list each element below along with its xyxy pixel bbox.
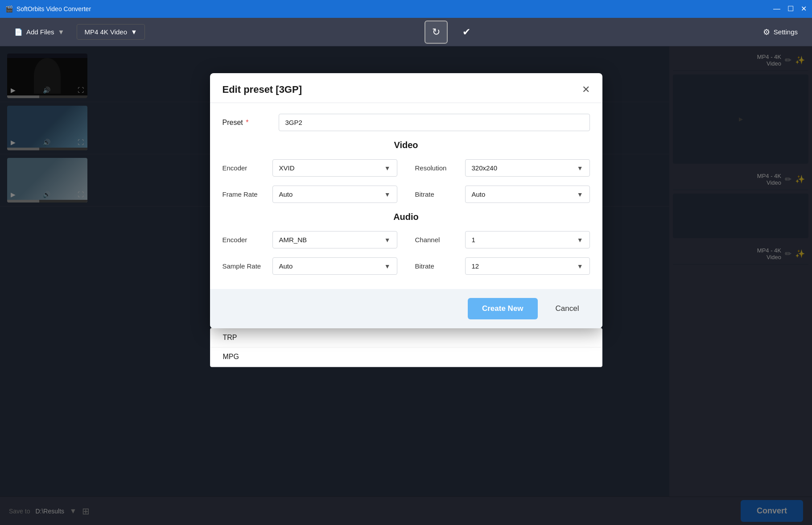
add-files-button[interactable]: 📄 Add Files ▼ <box>9 25 70 40</box>
audio-encoder-value: AMR_NB <box>279 236 307 244</box>
app-icon: 🎬 <box>5 5 13 12</box>
preset-row: Preset * <box>223 114 590 131</box>
audio-encoder-select[interactable]: AMR_NB ▼ <box>272 231 397 248</box>
resolution-value: 320x240 <box>472 164 498 172</box>
minimize-button[interactable]: — <box>773 5 780 12</box>
create-new-button[interactable]: Create New <box>468 298 538 319</box>
add-files-label: Add Files <box>26 28 54 36</box>
refresh-icon: ↻ <box>432 26 440 38</box>
sample-rate-chevron-icon: ▼ <box>384 263 391 270</box>
channel-label: Channel <box>415 236 460 244</box>
modal: Edit preset [3GP] ✕ Preset * Video <box>210 73 602 367</box>
audio-encoder-label: Encoder <box>223 236 267 244</box>
channel-chevron-icon: ▼ <box>577 236 583 244</box>
format-chevron-icon: ▼ <box>131 28 137 36</box>
audio-bitrate-label: Bitrate <box>415 262 460 270</box>
format-label: MP4 4K Video <box>84 28 127 36</box>
encoder-field: Encoder XVID ▼ <box>223 159 397 177</box>
encoder-select[interactable]: XVID ▼ <box>272 159 397 177</box>
audio-encoder-field: Encoder AMR_NB ▼ <box>223 231 397 248</box>
video-form-grid: Encoder XVID ▼ Resolution 320x240 ▼ <box>223 159 590 203</box>
audio-section-heading: Audio <box>223 212 590 222</box>
modal-footer: Create New Cancel <box>210 289 602 328</box>
check-button[interactable]: ✔ <box>455 21 478 44</box>
audio-bitrate-field: Bitrate 12 ▼ <box>415 257 590 275</box>
frame-rate-field: Frame Rate Auto ▼ <box>223 186 397 203</box>
frame-rate-chevron-icon: ▼ <box>384 191 391 198</box>
video-section-heading: Video <box>223 140 590 150</box>
file-icon: 📄 <box>14 28 23 36</box>
app-title: SoftOrbits Video Converter <box>16 5 91 12</box>
resolution-select[interactable]: 320x240 ▼ <box>465 159 590 177</box>
audio-form-grid: Encoder AMR_NB ▼ Channel 1 ▼ <box>223 231 590 275</box>
preset-input[interactable] <box>279 114 590 131</box>
sample-rate-label: Sample Rate <box>223 262 267 270</box>
video-bitrate-chevron-icon: ▼ <box>577 191 583 198</box>
audio-bitrate-value: 12 <box>472 262 479 270</box>
main-content: ▶ 🔊 ⛶ ▶ 🔊 ⛶ <box>0 46 812 525</box>
audio-encoder-chevron-icon: ▼ <box>384 236 391 244</box>
video-bitrate-field: Bitrate Auto ▼ <box>415 186 590 203</box>
frame-rate-label: Frame Rate <box>223 190 267 198</box>
settings-label: Settings <box>774 28 798 36</box>
modal-title: Edit preset [3GP] <box>223 84 302 95</box>
cancel-button[interactable]: Cancel <box>545 298 590 319</box>
sample-rate-field: Sample Rate Auto ▼ <box>223 257 397 275</box>
channel-value: 1 <box>472 236 475 244</box>
add-files-chevron-icon: ▼ <box>58 28 65 36</box>
window-controls: — ☐ ✕ <box>773 5 807 12</box>
modal-body: Preset * Video Encoder XVID <box>210 103 602 289</box>
frame-rate-value: Auto <box>279 190 293 198</box>
audio-bitrate-chevron-icon: ▼ <box>577 263 583 270</box>
video-bitrate-label: Bitrate <box>415 190 460 198</box>
resolution-label: Resolution <box>415 164 460 172</box>
toolbar: 📄 Add Files ▼ MP4 4K Video ▼ ↻ ✔ ⚙ Setti… <box>0 18 812 46</box>
channel-select[interactable]: 1 ▼ <box>465 231 590 248</box>
audio-bitrate-select[interactable]: 12 ▼ <box>465 257 590 275</box>
toolbar-center: ↻ ✔ <box>152 21 750 44</box>
encoder-value: XVID <box>279 164 295 172</box>
modal-header: Edit preset [3GP] ✕ <box>210 73 602 103</box>
modal-close-button[interactable]: ✕ <box>582 85 590 95</box>
list-item[interactable]: TRP <box>210 328 602 347</box>
list-item[interactable]: MPG <box>210 347 602 367</box>
title-bar: 🎬 SoftOrbits Video Converter — ☐ ✕ <box>0 0 812 18</box>
format-dropdown[interactable]: MP4 4K Video ▼ <box>77 24 144 40</box>
resolution-chevron-icon: ▼ <box>577 165 583 172</box>
format-dropdown-list: TRP MPG <box>210 328 602 367</box>
sample-rate-value: Auto <box>279 262 293 270</box>
required-indicator: * <box>246 119 248 126</box>
channel-field: Channel 1 ▼ <box>415 231 590 248</box>
encoder-chevron-icon: ▼ <box>384 165 391 172</box>
frame-rate-select[interactable]: Auto ▼ <box>272 186 397 203</box>
resolution-field: Resolution 320x240 ▼ <box>415 159 590 177</box>
settings-icon: ⚙ <box>763 27 770 37</box>
edit-preset-modal: Edit preset [3GP] ✕ Preset * Video <box>210 73 602 328</box>
settings-button[interactable]: ⚙ Settings <box>758 24 803 41</box>
video-bitrate-select[interactable]: Auto ▼ <box>465 186 590 203</box>
preset-label: Preset * <box>223 119 272 127</box>
modal-overlay: Edit preset [3GP] ✕ Preset * Video <box>0 46 812 525</box>
close-button[interactable]: ✕ <box>801 5 807 12</box>
check-icon: ✔ <box>462 26 470 38</box>
encoder-label: Encoder <box>223 164 267 172</box>
refresh-button[interactable]: ↻ <box>425 21 448 44</box>
video-bitrate-value: Auto <box>472 190 486 198</box>
maximize-button[interactable]: ☐ <box>787 5 794 12</box>
sample-rate-select[interactable]: Auto ▼ <box>272 257 397 275</box>
